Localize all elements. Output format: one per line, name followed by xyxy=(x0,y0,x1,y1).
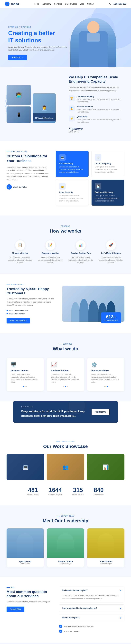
service-title-2: Cyber Security xyxy=(59,191,85,194)
logo[interactable]: T Tanda xyxy=(5,2,19,6)
nav-company[interactable]: Company xyxy=(43,3,51,5)
team-person-2 xyxy=(98,533,114,558)
hero-title-line2: IT solutions xyxy=(8,37,41,44)
services-sub: SERVICES xyxy=(7,343,124,345)
faq-question-0[interactable]: Do I need a business plan? ∧ xyxy=(59,587,124,594)
help-banner: NEED HELP? Easy solutions for all diffic… xyxy=(13,401,118,423)
faq-question-2[interactable]: Where are I sport? ∨ xyxy=(59,614,124,621)
about-img-stack: 👨‍💻 📱 xyxy=(7,85,31,123)
stat-num-0: 481 xyxy=(27,487,39,494)
clients-description: Lorem ipsum dolor sit amet, consectetur … xyxy=(7,297,56,306)
team-name-2: Turka Proda xyxy=(90,560,122,563)
case-item-0: 💻 xyxy=(7,454,44,480)
security-icon: 🔒 xyxy=(59,183,66,190)
service-backup-recovery: 💾 Backup & Recovery Lorem ipsum dolor si… xyxy=(91,180,124,206)
faq-section: FAQ Most common question about our servi… xyxy=(0,577,131,643)
clients-section: WORKS GREAT Trusted by 5,000+ Happy Cust… xyxy=(0,274,131,333)
team-img-2 xyxy=(87,528,124,558)
service-title-1: Cloud Computing xyxy=(95,162,121,165)
about-images: 👨‍💻 📱 👩‍💼 20 Years Of Experience xyxy=(7,85,62,123)
nav-home[interactable]: Home xyxy=(34,3,39,5)
contact-us-button[interactable]: Contact Us xyxy=(91,409,110,415)
stat-label-1: Finished Projects xyxy=(48,494,62,496)
process-sub: PROCESS xyxy=(7,225,124,227)
how-to-schedule-button[interactable]: How To Schedule? xyxy=(7,318,30,324)
feature-title-0: Certified Company xyxy=(77,95,124,98)
stat-happy-clients: 481 Happy Clients xyxy=(27,487,39,496)
team-member-2: Turka Proda Lead Developer xyxy=(87,528,124,567)
person-3 xyxy=(88,300,98,322)
faq-item-1: How long should a business plan be? ∨ xyxy=(59,604,124,612)
faq-check-1: ✓ Where are I sport? xyxy=(59,630,124,633)
case-item-2: 📊 xyxy=(87,454,124,480)
nav-blog[interactable]: Blog xyxy=(80,3,84,5)
nav-contact[interactable]: Contact xyxy=(87,3,94,5)
hero-title-line1: Creating a better xyxy=(8,30,55,36)
nav-case-studies[interactable]: Case Studies xyxy=(65,3,77,5)
person-1 xyxy=(71,302,79,322)
hero-subtitle: Optimize IT Systems xyxy=(8,26,70,28)
why-left: WHY CHOOSE US Custom IT Solutions for Yo… xyxy=(7,151,49,206)
stat-dot-1 xyxy=(7,310,8,311)
process-steps: 📋 Choose a Service Lorem ipsum dolor sit… xyxy=(7,240,124,264)
stat-satisfaction: 100% Client Satisfaction xyxy=(7,310,56,312)
step-choose: 📋 Choose a Service Lorem ipsum dolor sit… xyxy=(7,240,34,264)
step-title-2: Receive Custom Plan xyxy=(71,252,91,254)
see-all-faq-button[interactable]: See All FAQ xyxy=(7,606,24,612)
cloud-icon: ☁️ xyxy=(95,154,101,161)
about-img-main: 👩‍💼 20 Years Of Experience xyxy=(33,94,56,123)
faq-item-2: Where are I sport? ∨ xyxy=(59,614,124,622)
feature-desc-0: Lorem ipsum dolor sit amet consectetur a… xyxy=(77,98,124,103)
about-content: We Help IT Companies Scale Engineering C… xyxy=(69,75,124,133)
team-img-0 xyxy=(7,528,44,558)
hero-section: Optimize IT Systems Creating a better IT… xyxy=(0,8,131,67)
it-consultancy-icon: 💻 xyxy=(59,154,66,161)
clients-count-label: Completed Projects xyxy=(104,320,118,321)
backup-icon: 💾 xyxy=(95,183,101,190)
step-meeting: 📝 Request a Meeting Lorem ipsum dolor si… xyxy=(37,240,64,264)
stat-label-3: Media Posts xyxy=(94,494,104,496)
hero-content: Optimize IT Systems Creating a better IT… xyxy=(8,26,70,67)
hero-cta-button[interactable]: Start Now → xyxy=(8,55,27,60)
service-card-title-2: Business Reform xyxy=(91,370,120,372)
blog-section: POPULAR NEWS Latest From our blog Techno… xyxy=(0,643,131,644)
faq-checks: ✓ How long should a business plan be? ✓ … xyxy=(59,625,124,633)
stat-num-2: 315 xyxy=(72,487,84,494)
help-banner-wrapper: NEED HELP? Easy solutions for all diffic… xyxy=(0,401,131,431)
about-img-top: 👨‍💻 xyxy=(7,85,31,105)
faq-check-0: ✓ How long should a business plan be? xyxy=(59,625,124,628)
faq-description: Lorem ipsum dolor sit amet, consectetur … xyxy=(7,600,52,603)
person-head xyxy=(87,21,99,33)
service-icon-2: ⚙️ xyxy=(91,362,120,368)
signature: Signature xyxy=(69,126,124,131)
faq-arrow-2: ∨ xyxy=(120,616,121,619)
why-description: Lorem ipsum dolor sit amet, consectetur … xyxy=(7,166,49,181)
feature-certified: 🏆 Certified Company Lorem ipsum dolor si… xyxy=(69,95,124,103)
signer-name: Sajon Wooa xyxy=(69,131,124,133)
stat-finished-projects: 1644 Finished Projects xyxy=(48,487,62,496)
stat-num-1: 1644 xyxy=(48,487,62,494)
step-launch: 🚀 Let's Make It Happen Lorem ipsum dolor… xyxy=(97,240,124,264)
about-description: Lorem ipsum dolor sit amet, consectetur … xyxy=(69,86,124,92)
about-title: We Help IT Companies Scale Engineering C… xyxy=(69,75,124,84)
team-role-1: Project Manager xyxy=(49,563,82,564)
feature-award: 🏅 Award Ceremony Lorem ipsum dolor sit a… xyxy=(69,106,124,113)
clients-count-badge: 613+ Completed Projects xyxy=(101,312,121,323)
clients-sub: WORKS GREAT xyxy=(7,284,56,286)
why-sub: WHY CHOOSE US xyxy=(7,151,49,152)
certified-icon: 🏆 xyxy=(69,95,75,101)
service-it-consultancy: 💻 IT Consultancy Lorem ipsum dolor sit a… xyxy=(56,151,89,177)
play-button[interactable]: ▶ Watch Our Video xyxy=(7,184,27,190)
clients-stats: 100% Client Satisfaction World Class Ser… xyxy=(7,310,56,315)
service-cyber-security: 🔒 Cyber Security Lorem ipsum dolor sit a… xyxy=(56,180,89,206)
stat-num-3: 840 xyxy=(94,487,104,494)
step-icon-2: 📊 xyxy=(76,240,86,250)
faq-arrow-0: ∧ xyxy=(120,589,121,592)
service-title-3: Backup & Recovery xyxy=(95,191,121,194)
team-img-1 xyxy=(47,528,84,558)
faq-question-1[interactable]: How long should a business plan be? ∨ xyxy=(59,604,124,612)
nav-services[interactable]: Services xyxy=(54,3,62,5)
case-section: CASE STUDIES Our Work Showcase 💻 👥 📊 481… xyxy=(0,431,131,505)
process-section: PROCESS How we works 📋 Choose a Service … xyxy=(0,216,131,274)
service-desc-0: Lorem ipsum dolor sit amet consectetur a… xyxy=(59,166,85,174)
